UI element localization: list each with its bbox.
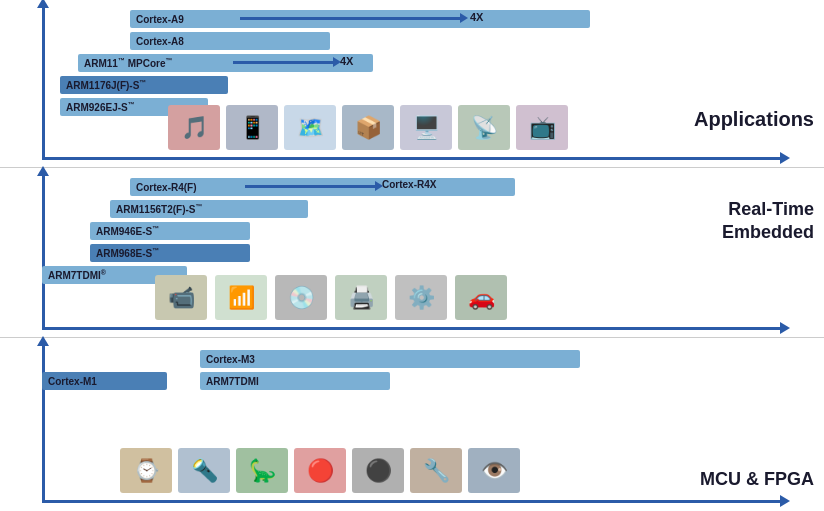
realtime-title: Real-TimeEmbedded xyxy=(722,198,814,245)
device-wireless: 📶 xyxy=(215,275,267,320)
device-phone: 📱 xyxy=(226,105,278,150)
arm7tdmi2-bar: ARM7TDMI xyxy=(200,372,390,390)
device-gps: 🗺️ xyxy=(284,105,336,150)
v-axis-arrow-2 xyxy=(42,174,45,328)
applications-devices: 🎵 📱 🗺️ 📦 🖥️ 📡 📺 xyxy=(168,105,568,150)
arm1176-bar: ARM1176J(F)-S™ xyxy=(60,76,228,94)
device-motor: ⚙️ xyxy=(395,275,447,320)
mcu-devices: ⌚ 🔦 🦕 🔴 ⚫ 🔧 👁️ xyxy=(120,448,520,493)
h-axis-arrow-1 xyxy=(42,157,782,160)
device-car: 🚗 xyxy=(455,275,507,320)
cortex-a9-bar: Cortex-A9 4X xyxy=(130,10,590,28)
cortex-m1-bar: Cortex-M1 xyxy=(42,372,167,390)
device-hdd: 💿 xyxy=(275,275,327,320)
device-sensor: ⚫ xyxy=(352,448,404,493)
mcu-fpga-section: Cortex-M3 Cortex-M1 ARM7TDMI ⌚ 🔦 🦕 🔴 ⚫ 🔧… xyxy=(0,338,824,511)
device-tv: 📺 xyxy=(516,105,568,150)
applications-section: Cortex-A9 4X Cortex-A8 ARM11™ MPCore™ 4X… xyxy=(0,0,824,168)
cortex-m3-bar: Cortex-M3 xyxy=(200,350,580,368)
device-motor2: 🔴 xyxy=(294,448,346,493)
cortex-r4f-bar: Cortex-R4(F) Cortex-R4X xyxy=(130,178,515,196)
arm11mpcore-bar: ARM11™ MPCore™ 4X xyxy=(78,54,373,72)
realtime-section: Cortex-R4(F) Cortex-R4X ARM1156T2(F)-S™ … xyxy=(0,168,824,338)
applications-title: Applications xyxy=(694,107,814,131)
h-axis-arrow-2 xyxy=(42,327,782,330)
cortex-a8-bar: Cortex-A8 xyxy=(130,32,330,50)
device-ipod: 🎵 xyxy=(168,105,220,150)
device-toy: 🦕 xyxy=(236,448,288,493)
device-part: 🔧 xyxy=(410,448,462,493)
arm968e-bar: ARM968E-S™ xyxy=(90,244,250,262)
device-camera: 📹 xyxy=(155,275,207,320)
device-router: 📦 xyxy=(342,105,394,150)
device-usb: 🔦 xyxy=(178,448,230,493)
h-axis-arrow-3 xyxy=(42,500,782,503)
device-watch: ⌚ xyxy=(120,448,172,493)
realtime-devices: 📹 📶 💿 🖨️ ⚙️ 🚗 xyxy=(155,275,507,320)
v-axis-arrow-3 xyxy=(42,344,45,500)
device-printer: 🖨️ xyxy=(335,275,387,320)
v-axis-arrow-1 xyxy=(42,6,45,158)
arm1156-bar: ARM1156T2(F)-S™ xyxy=(110,200,308,218)
device-display: 🖥️ xyxy=(400,105,452,150)
device-pda: 📡 xyxy=(458,105,510,150)
mcu-fpga-title: MCU & FPGA xyxy=(700,469,814,491)
arm946e-bar: ARM946E-S™ xyxy=(90,222,250,240)
device-chip: 👁️ xyxy=(468,448,520,493)
